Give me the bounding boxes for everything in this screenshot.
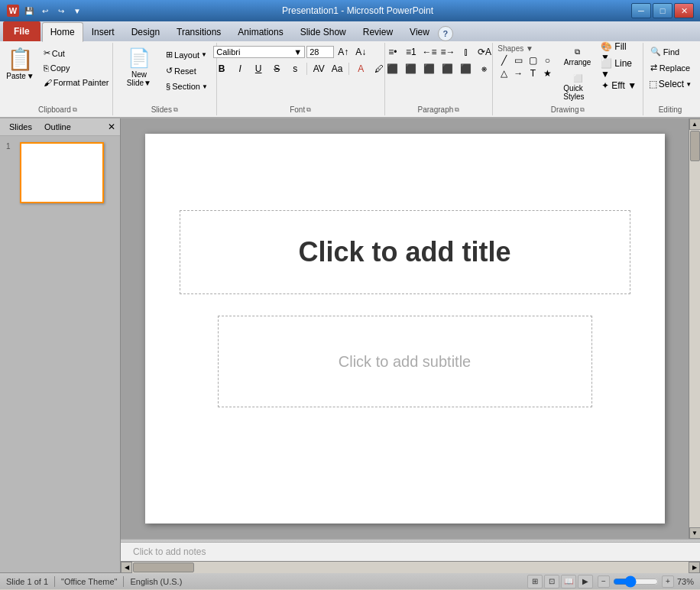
smartart-button[interactable]: ⎈ [476,61,493,76]
slides-expand-icon[interactable]: ⧉ [173,106,178,114]
shape-line[interactable]: ╱ [497,54,510,66]
slides-tab[interactable]: Slides [5,121,37,133]
slide-thumbnail[interactable] [20,142,104,203]
undo-icon[interactable]: ↩ [38,4,52,18]
close-button[interactable]: ✕ [674,3,694,18]
underline-button[interactable]: U [250,61,267,76]
save-icon[interactable]: 💾 [22,4,36,18]
font-color-button[interactable]: A [352,61,369,76]
shadow-button[interactable]: s [287,61,303,76]
tab-slideshow[interactable]: Slide Show [292,21,355,41]
text-direction-button[interactable]: ⟳A [476,44,493,60]
shape-rounded-rect[interactable]: ▢ [527,54,539,66]
scroll-left-button[interactable]: ◀ [121,562,132,573]
slide-item[interactable]: 1 [6,142,114,203]
tab-animations[interactable]: Animations [229,21,291,41]
shape-rect[interactable]: ▭ [512,54,524,66]
help-button[interactable]: ? [438,26,453,41]
paragraph-expand-icon[interactable]: ⧉ [455,106,459,114]
format-painter-button[interactable]: 🖌 Format Painter [40,76,113,89]
paste-button[interactable]: 📋 Paste▼ [2,44,37,83]
new-slide-button[interactable]: 📄 New Slide▼ [118,44,160,90]
panel-close-button[interactable]: ✕ [108,122,115,132]
tab-review[interactable]: Review [355,21,401,41]
shape-arrow[interactable]: → [512,67,524,79]
slide-canvas[interactable]: Click to add title Click to add subtitle [145,134,665,524]
subtitle-placeholder[interactable]: Click to add subtitle [218,316,592,407]
align-left-button[interactable]: ⬛ [384,61,401,76]
tab-file[interactable]: File [3,21,41,41]
drawing-expand-icon[interactable]: ⧉ [580,106,585,114]
bold-button[interactable]: B [213,61,230,76]
slide-sorter-button[interactable]: ⊡ [544,575,559,588]
office-icon[interactable]: W [6,4,20,18]
align-center-button[interactable]: ⬛ [403,61,420,76]
tab-view[interactable]: View [401,21,438,41]
columns-button[interactable]: ⫿ [458,44,475,60]
change-case-button[interactable]: Aa [329,61,345,76]
align-right-button[interactable]: ⬛ [421,61,438,76]
zoom-plus-button[interactable]: + [662,575,674,588]
vertical-scrollbar[interactable]: ▲ ▼ [689,118,700,539]
title-placeholder[interactable]: Click to add title [180,210,630,294]
increase-font-button[interactable]: A↑ [335,44,352,60]
replace-button[interactable]: ⇄ Replace [647,60,694,75]
clipboard-expand-icon[interactable]: ⧉ [73,106,77,114]
slideshow-button[interactable]: ▶ [578,575,593,588]
tab-home[interactable]: Home [42,22,83,42]
minimize-button[interactable]: ─ [631,3,651,18]
font-name-select[interactable]: Calibri▼ [213,46,305,58]
font-size-select[interactable]: 28 [306,46,334,58]
justify-button[interactable]: ⬛ [439,61,456,76]
reset-button[interactable]: ↺ Reset [162,63,212,78]
decrease-font-button[interactable]: A↓ [352,44,369,60]
maximize-button[interactable]: □ [653,3,672,18]
cut-button[interactable]: ✂ Cut [40,46,113,60]
tab-design[interactable]: Design [123,21,168,41]
shape-oval[interactable]: ○ [541,54,553,66]
h-scroll-thumb[interactable] [133,562,194,572]
redo-icon[interactable]: ↪ [54,4,68,18]
italic-button[interactable]: I [232,61,248,76]
bullets-button[interactable]: ≡• [384,44,401,60]
increase-indent-button[interactable]: ≡→ [439,44,456,60]
h-scroll-track[interactable] [132,562,689,573]
scroll-down-button[interactable]: ▼ [689,527,701,539]
horizontal-scrollbar[interactable]: ◀ ▶ [121,561,700,572]
notes-area[interactable]: Click to add notes [121,542,700,562]
find-button[interactable]: 🔍 Find [647,44,683,59]
section-button[interactable]: § Section ▼ [162,79,212,93]
canvas-area[interactable]: Click to add title Click to add subtitle [121,118,689,539]
arrange-button[interactable]: ⧉ Arrange [558,44,597,70]
decrease-indent-button[interactable]: ←≡ [421,44,438,60]
shape-star[interactable]: ★ [541,67,553,79]
strikethrough-button[interactable]: S [268,61,285,76]
zoom-minus-button[interactable]: − [598,575,610,588]
shape-fill-button[interactable]: 🎨 Fill ▼ [600,44,638,60]
tab-transitions[interactable]: Transitions [168,21,229,41]
tab-insert[interactable]: Insert [83,21,123,41]
quick-styles-button[interactable]: ⬜ Quick Styles [558,71,597,104]
shape-outline-button[interactable]: ⬜ Line ▼ [600,61,638,76]
scroll-right-button[interactable]: ▶ [689,562,700,573]
scroll-track[interactable] [689,130,701,527]
normal-view-button[interactable]: ⊞ [527,575,543,588]
select-button[interactable]: ⬚ Select ▼ [647,76,694,92]
outline-tab[interactable]: Outline [40,121,76,133]
numbering-button[interactable]: ≡1 [403,44,420,60]
customize-icon[interactable]: ▼ [70,4,84,18]
arrange-icon: ⧉ [575,47,580,57]
layout-button[interactable]: ⊞ Layout ▼ [162,47,212,62]
shape-triangle[interactable]: △ [497,67,510,79]
title-bar-left: W 💾 ↩ ↪ ▼ [6,4,84,18]
scroll-up-button[interactable]: ▲ [689,118,701,130]
font-expand-icon[interactable]: ⧉ [306,106,311,114]
shape-textbox[interactable]: T [527,67,539,79]
shape-effects-button[interactable]: ✦ Efft ▼ [600,78,638,93]
zoom-slider-input[interactable] [613,575,659,588]
align-text-button[interactable]: ⬛ [458,61,475,76]
scroll-thumb[interactable] [690,131,700,161]
reading-view-button[interactable]: 📖 [561,575,576,588]
copy-button[interactable]: ⎘ Copy [40,61,113,75]
char-spacing-button[interactable]: AV [310,61,327,76]
